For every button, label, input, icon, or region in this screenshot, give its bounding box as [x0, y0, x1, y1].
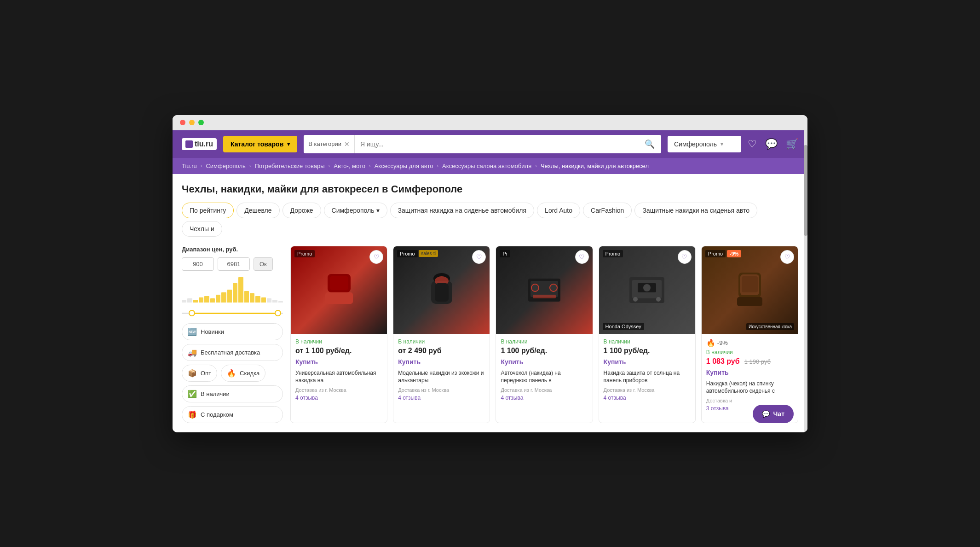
breadcrumb-item-salon[interactable]: Аксессуары салона автомобиля: [442, 163, 531, 169]
slider-thumb-right[interactable]: [275, 310, 281, 316]
filter-tab-carfashion[interactable]: CarFashion: [583, 203, 632, 218]
wholesale-emoji: 📦: [188, 369, 197, 378]
city-selector[interactable]: Симферополь ▾: [668, 136, 741, 152]
buy-button-3[interactable]: Купить: [501, 358, 523, 366]
maximize-button[interactable]: [198, 120, 204, 125]
delivery-5: Доставка и: [706, 398, 793, 403]
site-header: tiu.ru Каталог товаров В категории ✕ 🔍 С…: [173, 130, 807, 158]
scrollbar[interactable]: [804, 130, 807, 432]
filter-tab-lord-auto[interactable]: Lord Auto: [537, 203, 580, 218]
price-1: от 1 100 руб/ед.: [295, 347, 382, 355]
wishlist-button-1[interactable]: ♡: [369, 250, 383, 264]
product-info-4: В наличии 1 100 руб/ед. Купить Накидка з…: [599, 334, 695, 406]
chat-icon: 💬: [762, 410, 770, 418]
product-desc-4: Накидка защита от солнца на панель прибо…: [604, 369, 691, 385]
close-button[interactable]: [180, 120, 185, 125]
svg-point-11: [550, 284, 557, 291]
search-bar: В категории ✕ 🔍: [304, 135, 661, 153]
page-title: Чехлы, накидки, майки для автокресел в С…: [182, 183, 798, 195]
slider-thumb-left[interactable]: [189, 310, 195, 316]
product-info-5: 🔥 -9% В наличии 1 083 руб 1 190 руб Купи…: [702, 334, 798, 417]
breadcrumb-item-city[interactable]: Симферополь: [206, 163, 245, 169]
filter-tab-expensive[interactable]: Дороже: [282, 203, 321, 218]
svg-rect-6: [435, 283, 449, 302]
slider-track: [182, 313, 283, 314]
wishlist-button-3[interactable]: ♡: [575, 250, 589, 264]
buy-button-1[interactable]: Купить: [295, 358, 318, 366]
reviews-1[interactable]: 4 отзыва: [295, 395, 382, 401]
wishlist-button-2[interactable]: ♡: [472, 250, 486, 264]
search-input[interactable]: [355, 140, 638, 148]
filter-tab-city[interactable]: Симферополь ▾: [324, 203, 387, 218]
logo-text: tiu.ru: [195, 140, 213, 148]
leather-badge: Искусственная кожа: [746, 323, 794, 330]
filter-wholesale[interactable]: 📦 Опт: [182, 365, 217, 382]
filter-tab-covers[interactable]: Защитные накидки на сиденья авто: [634, 203, 757, 218]
city-label: Симферополь: [674, 140, 717, 148]
search-button[interactable]: 🔍: [638, 139, 661, 149]
filter-new[interactable]: 🆕 Новинки: [182, 323, 283, 340]
in-stock-5: В наличии: [706, 349, 793, 355]
wishlist-icon[interactable]: ♡: [748, 138, 757, 150]
logo[interactable]: tiu.ru: [182, 138, 217, 150]
messages-icon[interactable]: 💬: [765, 138, 778, 150]
new-emoji: 🆕: [188, 327, 197, 336]
buy-button-4[interactable]: Купить: [604, 358, 626, 366]
product-image-3: Pr ♡: [496, 246, 592, 334]
reviews-2[interactable]: 4 отзыва: [398, 395, 485, 401]
in-stock-3: В наличии: [501, 338, 588, 345]
filter-new-label: Новинки: [201, 328, 224, 335]
discount-emoji: 🔥: [227, 369, 236, 378]
price-min-input[interactable]: [182, 257, 214, 271]
filter-discount-label: Скидка: [240, 370, 259, 377]
cart-icon[interactable]: 🛒: [786, 138, 798, 150]
product-desc-5: Накидка (чехол) на спинку автомобильного…: [706, 380, 793, 396]
product-image-1: Promo ♡: [291, 246, 387, 334]
price-max-input[interactable]: [218, 257, 250, 271]
breadcrumb-item-home[interactable]: Tiu.ru: [182, 163, 197, 169]
catalog-label: Каталог товаров: [231, 140, 283, 148]
breadcrumb-item-consumer[interactable]: Потребительские товары: [254, 163, 324, 169]
chevron-down-icon: ▾: [721, 141, 723, 147]
discount-pct: -9%: [717, 339, 728, 346]
delivery-2: Доставка из г. Москва: [398, 387, 485, 393]
filter-gift-label: С подарком: [201, 411, 233, 418]
buy-button-5[interactable]: Купить: [706, 369, 729, 376]
delivery-4: Доставка из г. Москва: [604, 387, 691, 393]
filter-tab-rating[interactable]: По рейтингу: [182, 203, 234, 218]
filter-with-gift[interactable]: 🎁 С подарком: [182, 406, 283, 423]
price-ok-button[interactable]: Ок: [254, 257, 273, 271]
wishlist-button-5[interactable]: ♡: [780, 250, 794, 264]
filter-tab-cheaper[interactable]: Дешевле: [236, 203, 279, 218]
wishlist-button-4[interactable]: ♡: [678, 250, 692, 264]
scrollbar-thumb[interactable]: [804, 145, 807, 236]
filter-badges: 🆕 Новинки 🚚 Бесплатная доставка 📦 Опт: [182, 323, 283, 423]
product-info-1: В наличии от 1 100 руб/ед. Купить Универ…: [291, 334, 387, 406]
buy-button-2[interactable]: Купить: [398, 358, 421, 366]
search-tag-remove[interactable]: ✕: [344, 140, 350, 148]
filter-discount[interactable]: 🔥 Скидка: [221, 365, 265, 382]
breadcrumb-item-auto[interactable]: Авто-, мото: [334, 163, 365, 169]
filter-delivery-label: Бесплатная доставка: [201, 349, 260, 356]
price-slider[interactable]: [182, 277, 283, 314]
chat-button[interactable]: 💬 Чат: [753, 405, 794, 423]
svg-rect-2: [330, 276, 348, 290]
breadcrumb: Tiu.ru › Симферополь › Потребительские т…: [173, 158, 807, 174]
content-area: Диапазон цен, руб. Ок: [182, 246, 798, 423]
filter-in-stock[interactable]: ✅ В наличии: [182, 385, 283, 402]
promo-badge-2: Promo: [397, 250, 417, 257]
promo-badge-3: Pr: [500, 250, 510, 257]
catalog-button[interactable]: Каталог товаров: [223, 136, 297, 152]
filter-tab-more[interactable]: Чехлы и: [182, 221, 222, 237]
reviews-4[interactable]: 4 отзыва: [604, 395, 691, 401]
breadcrumb-item-accessories[interactable]: Аксессуары для авто: [375, 163, 433, 169]
honda-badge: Honda Odyssey: [603, 323, 644, 330]
promo-badge-1: Promo: [294, 250, 315, 257]
svg-rect-20: [737, 297, 762, 306]
filter-free-delivery[interactable]: 🚚 Бесплатная доставка: [182, 344, 283, 361]
svg-point-14: [633, 297, 638, 302]
minimize-button[interactable]: [189, 120, 195, 125]
reviews-3[interactable]: 4 отзыва: [501, 395, 588, 401]
filter-tab-protective[interactable]: Защитная накидка на сиденье автомобиля: [390, 203, 535, 218]
header-icons: ♡ 💬 🛒: [748, 138, 798, 150]
